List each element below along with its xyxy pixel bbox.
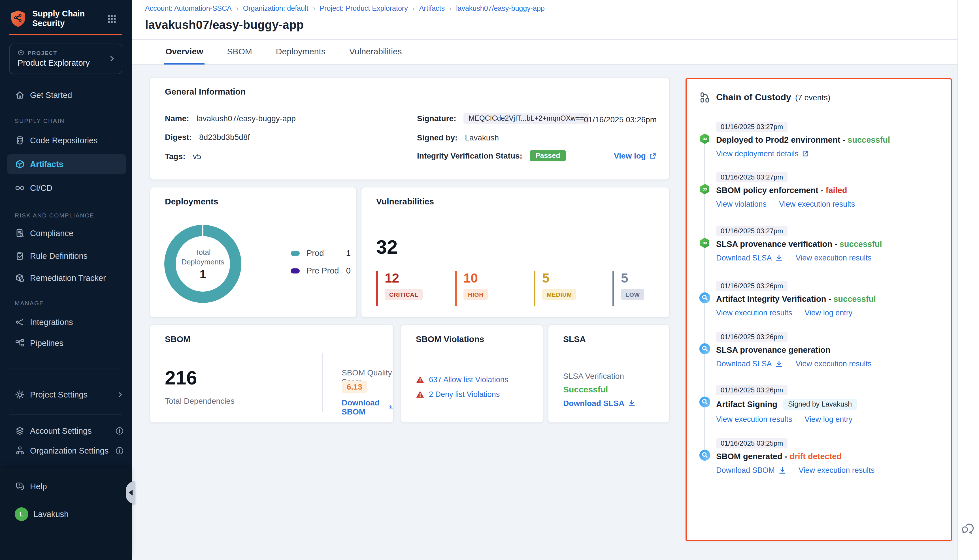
sidebar-item-integrations[interactable]: Integrations bbox=[9, 312, 124, 332]
download-sbom-link[interactable]: Download SBOM bbox=[342, 398, 393, 416]
download-slsa-link[interactable]: Download SLSA bbox=[716, 360, 783, 368]
pipeline-hexagon-icon bbox=[699, 237, 710, 248]
breadcrumb-separator: › bbox=[313, 5, 315, 12]
chevron-right-icon bbox=[108, 54, 116, 63]
event-title: Artifact Signing Signed by Lavakush bbox=[716, 398, 942, 410]
collapse-arrow-icon bbox=[128, 490, 132, 495]
tags-label: Tags: bbox=[165, 152, 185, 161]
breadcrumb-organization[interactable]: Organization: default bbox=[243, 5, 309, 12]
user-name: Lavakush bbox=[33, 510, 68, 519]
download-slsa-link[interactable]: Download SLSA bbox=[716, 254, 783, 262]
sidebar-item-project-settings[interactable]: Project Settings bbox=[9, 385, 124, 405]
sidebar-item-cicd[interactable]: CI/CD bbox=[9, 178, 124, 198]
deployments-legend: Prod 1 Pre Prod 0 bbox=[291, 248, 351, 284]
sidebar-item-get-started[interactable]: Get Started bbox=[9, 85, 124, 105]
event-title: SLSA provenance generation bbox=[716, 345, 942, 355]
sidebar-item-compliance[interactable]: Compliance bbox=[9, 223, 124, 243]
download-slsa-link[interactable]: Download SLSA bbox=[563, 398, 636, 408]
app-title: Supply Chain Security bbox=[32, 9, 95, 28]
module-grid-icon[interactable] bbox=[107, 14, 117, 23]
chat-support-button[interactable] bbox=[960, 521, 975, 536]
signature-value[interactable]: MEQCICde2VjIT...bL+2+mqnOXw== bbox=[463, 113, 589, 124]
deny-list-violations-link[interactable]: 2 Deny list Violations bbox=[429, 390, 500, 398]
sidebar-item-label: Code Repositories bbox=[30, 136, 98, 145]
scs-circle-icon bbox=[699, 292, 710, 303]
sidebar-item-label: Project Settings bbox=[30, 390, 87, 399]
prod-legend-swatch bbox=[291, 250, 300, 256]
sidebar-item-pipelines[interactable]: Pipelines bbox=[9, 333, 124, 353]
breadcrumb-project[interactable]: Project: Product Exploratory bbox=[319, 5, 408, 12]
donut-center-label: Total Deployments 1 bbox=[164, 225, 241, 303]
tab-deployments[interactable]: Deployments bbox=[275, 47, 327, 65]
sidebar-item-label: Get Started bbox=[30, 91, 72, 100]
severity-breakdown: 12 CRITICAL 10 HIGH 5 MEDIUM 5 LOW bbox=[376, 271, 691, 306]
sidebar-section-supply-chain: SUPPLY CHAIN bbox=[15, 117, 65, 124]
sidebar-item-label: Pipelines bbox=[30, 338, 63, 348]
event-timestamp: 01/16/2025 03:25pm bbox=[716, 438, 787, 448]
tab-sbom[interactable]: SBOM bbox=[226, 47, 253, 65]
sbom-quality-score-value: 6.13 bbox=[342, 380, 368, 393]
sidebar-item-label: Compliance bbox=[30, 229, 74, 238]
chain-of-custody-panel: Chain of Custody (7 events) 01/16/2025 0… bbox=[685, 78, 952, 541]
view-log-entry-link[interactable]: View log entry bbox=[805, 308, 852, 317]
download-sbom-link[interactable]: Download SBOM bbox=[716, 466, 786, 475]
sidebar-item-organization-settings[interactable]: Organization Settings bbox=[9, 440, 124, 461]
sidebar-item-rule-definitions[interactable]: Rule Definitions bbox=[9, 246, 124, 266]
sidebar-footer: Help L Lavakush bbox=[0, 468, 132, 560]
card-title: General Information bbox=[165, 87, 246, 96]
event-timestamp: 01/16/2025 03:27pm bbox=[716, 172, 787, 182]
view-execution-results-link[interactable]: View execution results bbox=[799, 466, 874, 475]
view-execution-results-link[interactable]: View execution results bbox=[796, 254, 872, 262]
breadcrumb-artifacts[interactable]: Artifacts bbox=[419, 5, 445, 12]
severity-low: 5 LOW bbox=[612, 271, 691, 306]
severity-medium: 5 MEDIUM bbox=[534, 271, 612, 306]
event-title: SBOM generateddrift detected bbox=[716, 452, 942, 461]
infinity-icon bbox=[15, 183, 25, 193]
sidebar-header: Supply Chain Security bbox=[9, 8, 122, 29]
event-title: Deployed to Prod2 environmentsuccessful bbox=[716, 135, 942, 144]
gear-icon bbox=[15, 390, 25, 400]
breadcrumb-separator: › bbox=[449, 5, 451, 12]
event-timestamp: 01/16/2025 03:26pm bbox=[716, 332, 787, 342]
chain-of-custody-header: Chain of Custody (7 events) bbox=[699, 92, 830, 103]
view-execution-results-link[interactable]: View execution results bbox=[716, 308, 792, 317]
breadcrumb-artifact-name[interactable]: lavakush07/easy-buggy-app bbox=[456, 5, 545, 12]
view-deployment-details-link[interactable]: View deployment details bbox=[716, 150, 809, 158]
artifact-cube-icon bbox=[15, 159, 25, 169]
sidebar-item-artifacts[interactable]: Artifacts bbox=[7, 154, 126, 174]
prod-count: 1 bbox=[346, 248, 351, 258]
event-timestamp: 01/16/2025 03:27pm bbox=[716, 122, 787, 132]
slsa-verification-label: SLSA Verification bbox=[563, 372, 624, 380]
medium-badge: MEDIUM bbox=[542, 289, 576, 300]
user-menu[interactable]: L Lavakush bbox=[9, 504, 124, 524]
project-selector[interactable]: PROJECT Product Exploratory bbox=[9, 43, 122, 74]
sidebar-item-label: Artifacts bbox=[30, 160, 63, 169]
card-title: Vulnerabilities bbox=[376, 197, 434, 206]
signature-label: Signature: bbox=[417, 114, 456, 123]
breadcrumb-account[interactable]: Account: Automation-SSCA bbox=[145, 5, 232, 12]
allow-list-violations-link[interactable]: 637 Allow list Violations bbox=[429, 375, 508, 384]
sidebar-item-account-settings[interactable]: Account Settings bbox=[9, 421, 124, 441]
right-gutter bbox=[957, 0, 979, 560]
view-log-entry-link[interactable]: View log entry bbox=[805, 415, 852, 423]
tab-vulnerabilities[interactable]: Vulnerabilities bbox=[348, 47, 403, 65]
sidebar-item-help[interactable]: Help bbox=[9, 476, 124, 497]
external-link-icon bbox=[649, 152, 657, 159]
custody-event-deployed: 01/16/2025 03:27pm Deployed to Prod2 env… bbox=[699, 121, 942, 158]
top-header-bar: Account: Automation-SSCA› Organization: … bbox=[132, 0, 957, 40]
event-status: successful bbox=[832, 240, 882, 248]
app-logo-shield-icon bbox=[9, 10, 27, 28]
home-icon bbox=[15, 90, 25, 100]
view-violations-link[interactable]: View violations bbox=[716, 200, 767, 208]
tab-overview[interactable]: Overview bbox=[164, 47, 204, 65]
view-execution-results-link[interactable]: View execution results bbox=[716, 415, 792, 423]
sidebar-item-remediation-tracker[interactable]: Remediation Tracker bbox=[9, 268, 124, 288]
view-log-link[interactable]: View log bbox=[614, 151, 657, 160]
page-title: lavakush07/easy-buggy-app bbox=[145, 18, 304, 32]
sidebar-item-code-repositories[interactable]: Code Repositories bbox=[9, 130, 124, 151]
view-execution-results-link[interactable]: View execution results bbox=[779, 200, 855, 208]
sidebar-section-risk-and-compliance: RISK AND COMPLIANCE bbox=[15, 212, 94, 218]
deployments-card: Deployments Total Deployments 1 Prod 1 P… bbox=[150, 187, 357, 318]
vertical-divider bbox=[322, 353, 323, 412]
view-execution-results-link[interactable]: View execution results bbox=[796, 360, 872, 368]
